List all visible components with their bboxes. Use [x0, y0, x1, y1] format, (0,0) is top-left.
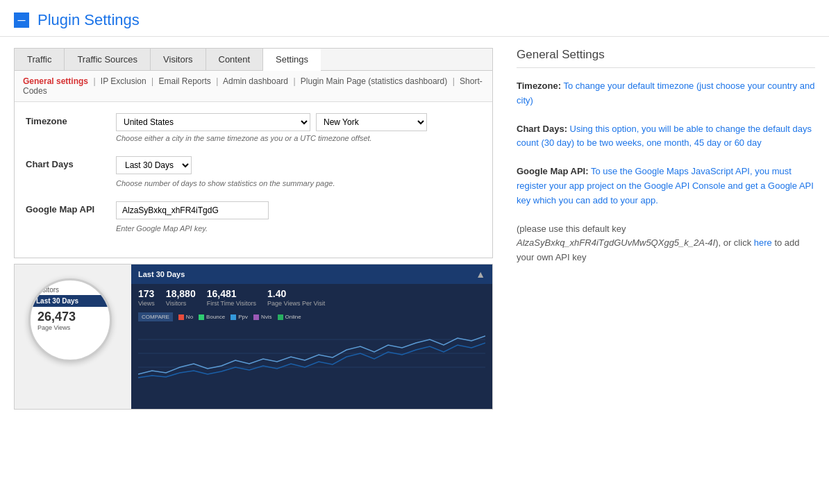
stat-visitors-lbl: Visitors	[166, 300, 186, 307]
magnifier-circle: visitors Last 30 Days 26,473 Page Views	[28, 278, 112, 362]
dash-close-btn[interactable]: ▲	[476, 269, 485, 280]
dash-stats: 173 Views 18,880 Visitors 16,481 First T…	[131, 284, 492, 311]
here-link[interactable]: here	[754, 237, 772, 248]
chart-days-row: Chart Days Last 30 Days Choose number of…	[26, 156, 481, 187]
stat-ppv-num: 1.40	[267, 288, 325, 299]
mag-last30-label: Last 30 Days	[31, 295, 110, 307]
tab-content[interactable]: Content	[206, 49, 264, 70]
legend-online-label: Online	[285, 314, 301, 320]
stat-views-num: 173	[138, 288, 155, 299]
legend-ppv-dot	[231, 314, 236, 320]
general-settings-title: General Settings	[517, 48, 815, 68]
settings-body: Timezone United States New York Choose e…	[15, 102, 492, 258]
preview-area: visitors Last 30 Days 26,473 Page Views …	[14, 264, 493, 410]
stat-views: 173 Views	[138, 288, 155, 307]
api-key-input[interactable]	[116, 201, 269, 219]
stat-ppv-lbl: Page Views Per Visit	[267, 300, 325, 307]
legend-bounce-label: Bounce	[206, 314, 225, 320]
sub-nav: General settings | IP Exclusion | Email …	[15, 71, 492, 102]
chart-days-label: Chart Days	[26, 156, 116, 169]
dash-header-title: Last 30 Days	[138, 270, 185, 278]
mag-number: 26,473	[31, 307, 110, 324]
page-title: Plugin Settings	[37, 11, 140, 29]
stat-first-time-num: 16,481	[207, 288, 256, 299]
right-panel: General Settings Timezone: To change you…	[510, 48, 815, 410]
subnav-general[interactable]: General settings	[23, 76, 88, 86]
help-chart-days: Chart Days: Using this option, you will …	[517, 122, 815, 151]
compare-btn[interactable]: COMPARE	[138, 312, 173, 321]
stat-first-time-lbl: First Time Visitors	[207, 300, 256, 307]
legend-ppv: Ppv	[231, 314, 248, 320]
help-chart-days-label: Chart Days:	[517, 124, 567, 134]
chart-days-select[interactable]: Last 30 Days	[116, 156, 192, 174]
timezone-country-select[interactable]: United States	[116, 113, 310, 131]
legend-no-dot	[178, 314, 184, 320]
help-key-prefix: (please use this default key	[517, 224, 626, 234]
legend-nvis-dot	[253, 314, 259, 320]
tabs-bar: Traffic Traffic Sources Visitors Content…	[14, 48, 493, 70]
tab-settings[interactable]: Settings	[263, 49, 321, 71]
subnav-admin[interactable]: Admin dashboard	[223, 76, 288, 86]
dash-header: Last 30 Days ▲	[131, 264, 492, 284]
help-key-middle: ), or click	[715, 237, 754, 248]
legend-bounce-dot	[199, 314, 204, 320]
subnav-plugin-main[interactable]: Plugin Main Page (statistics dashboard)	[301, 76, 447, 86]
stat-first-time: 16,481 First Time Visitors	[207, 288, 256, 307]
mag-visitors-label: visitors	[31, 280, 110, 295]
timezone-control: United States New York Choose either a c…	[116, 113, 481, 142]
header-icon: —	[14, 12, 29, 28]
help-default-key: (please use this default key AlzaSyBxkq_…	[517, 222, 815, 265]
help-timezone: Timezone: To change your default timezon…	[517, 79, 815, 108]
stat-visitors-num: 18,880	[166, 288, 196, 299]
dash-chart	[138, 326, 485, 381]
google-map-row: Google Map API Enter Google Map API key.	[26, 201, 481, 233]
help-google-map: Google Map API: To use the Google Maps J…	[517, 165, 815, 208]
google-map-label: Google Map API	[26, 201, 116, 215]
mag-pageviews-label: Page Views	[31, 324, 110, 331]
legend-no-label: No	[186, 314, 193, 320]
page-header: — Plugin Settings	[0, 0, 829, 37]
timezone-row: Timezone United States New York Choose e…	[26, 113, 481, 142]
help-google-map-label: Google Map API:	[517, 166, 589, 176]
stat-visitors: 18,880 Visitors	[166, 288, 196, 307]
legend-ppv-label: Ppv	[238, 314, 248, 320]
timezone-label: Timezone	[26, 113, 116, 126]
google-map-control: Enter Google Map API key.	[116, 201, 481, 233]
tab-visitors[interactable]: Visitors	[151, 49, 206, 70]
legend-nvis: Nvis	[253, 314, 272, 320]
timezone-city-select[interactable]: New York	[316, 113, 427, 131]
timezone-hint: Choose either a city in the same timezon…	[116, 134, 481, 142]
legend-nvis-label: Nvis	[261, 314, 272, 320]
subnav-ip[interactable]: IP Exclusion	[101, 76, 146, 86]
timezone-selects: United States New York	[116, 113, 481, 131]
subnav-email[interactable]: Email Reports	[158, 76, 210, 86]
stat-views-lbl: Views	[138, 300, 155, 307]
stat-ppv: 1.40 Page Views Per Visit	[267, 288, 325, 307]
tab-traffic[interactable]: Traffic	[15, 49, 65, 70]
left-panel: Traffic Traffic Sources Visitors Content…	[14, 48, 493, 410]
chart-days-control: Last 30 Days Choose number of days to sh…	[116, 156, 481, 187]
legend-online: Online	[278, 314, 301, 320]
legend-online-dot	[278, 314, 283, 320]
help-timezone-text: To change your default timezone (just ch…	[517, 81, 814, 106]
main-layout: Traffic Traffic Sources Visitors Content…	[0, 48, 829, 410]
dash-legend: COMPARE No Bounce Ppv N	[131, 311, 492, 323]
dash-preview: Last 30 Days ▲ 173 Views 18,880 Visitors…	[131, 264, 492, 410]
chart-days-hint: Choose number of days to show statistics…	[116, 179, 481, 187]
help-timezone-label: Timezone:	[517, 81, 561, 91]
help-key-value: AlzaSyBxkq_xhFR4iTgdGUvMw5QXgg5_k_2A-4I	[517, 237, 715, 248]
tab-traffic-sources[interactable]: Traffic Sources	[65, 49, 151, 70]
settings-panel: General settings | IP Exclusion | Email …	[14, 70, 493, 258]
chart-svg	[138, 326, 485, 381]
api-key-hint: Enter Google Map API key.	[116, 224, 481, 233]
legend-no: No	[178, 314, 193, 320]
legend-bounce: Bounce	[199, 314, 225, 320]
